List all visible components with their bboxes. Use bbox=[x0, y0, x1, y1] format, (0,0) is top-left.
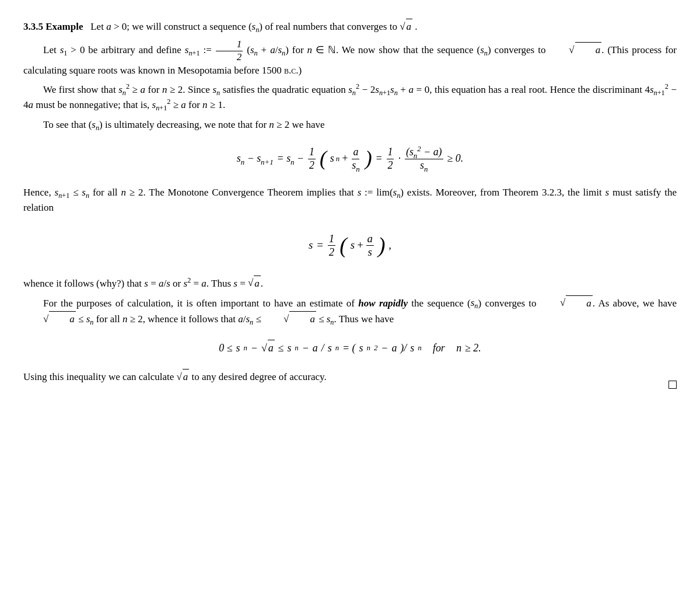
display-equation-2: s = 12 ( s + as ) , bbox=[23, 232, 677, 259]
display-equation-1: sn − sn+1 = sn − 12 ( sn + asn ) = 12 · … bbox=[23, 146, 677, 172]
main-content: 3.3.5 Example Let a > 0; we will constru… bbox=[23, 19, 677, 389]
paragraph-4: To see that (sn) is ultimately decreasin… bbox=[23, 117, 677, 133]
last-paragraph-row: Using this inequality we can calculate √… bbox=[23, 369, 677, 389]
display-equation-3: 0 ≤ sn − √a ≤ sn − a/sn = (sn2 − a)/sn f… bbox=[23, 340, 677, 357]
paragraph-6: whence it follows (why?) that s = a/s or… bbox=[23, 276, 677, 291]
paragraph-8: Using this inequality we can calculate √… bbox=[23, 369, 327, 385]
paragraph-2: Let s1 > 0 be arbitrary and define sn+1 … bbox=[23, 39, 677, 78]
paragraph-3: We first show that sn2 ≥ a for n ≥ 2. Si… bbox=[23, 82, 677, 113]
paragraph-7: For the purposes of calculation, it is o… bbox=[23, 295, 677, 327]
paragraph-5: Hence, sn+1 ≤ sn for all n ≥ 2. The Mono… bbox=[23, 185, 677, 216]
section-number: 3.3.5 Example bbox=[23, 21, 83, 32]
intro-paragraph: 3.3.5 Example Let a > 0; we will constru… bbox=[23, 19, 677, 34]
qed-box bbox=[668, 381, 677, 389]
